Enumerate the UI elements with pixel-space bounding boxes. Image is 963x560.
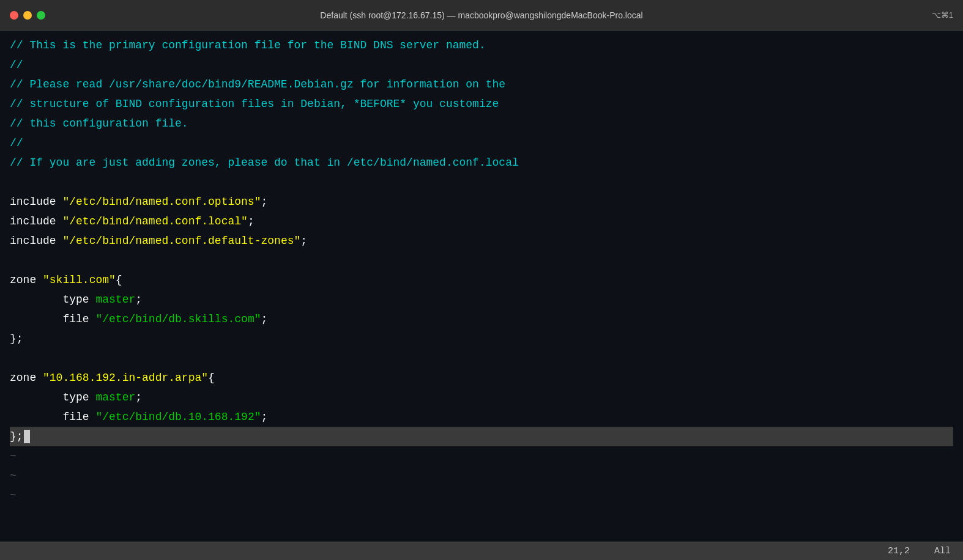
current-line: }; (10, 427, 953, 446)
code-line (10, 251, 953, 270)
code-line: file "/etc/bind/db.skills.com"; (10, 309, 953, 329)
code-line: file "/etc/bind/db.10.168.192"; (10, 407, 953, 427)
code-line: include "/etc/bind/named.conf.default-zo… (10, 231, 953, 251)
status-bar: 21,2 All (0, 542, 963, 560)
traffic-lights (10, 11, 45, 20)
code-line: // If you are just adding zones, please … (10, 153, 953, 172)
view-scope: All (934, 546, 951, 556)
shortcut-label: ⌥⌘1 (932, 10, 953, 20)
code-line: zone "skill.com"{ (10, 270, 953, 290)
window-title: Default (ssh root@172.16.67.15) — macboo… (320, 10, 642, 20)
code-line (10, 348, 953, 368)
code-line: // (10, 133, 953, 153)
code-line: // this configuration file. (10, 114, 953, 133)
code-line: // Please read /usr/share/doc/bind9/READ… (10, 75, 953, 94)
code-line: type master; (10, 388, 953, 407)
code-line: // structure of BIND configuration files… (10, 94, 953, 114)
code-line (10, 172, 953, 192)
code-line: include "/etc/bind/named.conf.local"; (10, 212, 953, 231)
code-line: zone "10.168.192.in-addr.arpa"{ (10, 368, 953, 388)
tilde-line: ~ (10, 446, 953, 466)
editor-area[interactable]: // This is the primary configuration fil… (0, 31, 963, 542)
title-bar: Default (ssh root@172.16.67.15) — macboo… (0, 0, 963, 31)
maximize-button[interactable] (37, 11, 45, 20)
code-line: include "/etc/bind/named.conf.options"; (10, 192, 953, 212)
tilde-line: ~ (10, 466, 953, 485)
close-button[interactable] (10, 11, 18, 20)
code-line: // This is the primary configuration fil… (10, 35, 953, 55)
cursor-position: 21,2 (888, 546, 910, 556)
code-line: }; (10, 329, 953, 348)
code-line: // (10, 55, 953, 75)
minimize-button[interactable] (23, 11, 32, 20)
code-line: type master; (10, 290, 953, 309)
tilde-line: ~ (10, 485, 953, 505)
